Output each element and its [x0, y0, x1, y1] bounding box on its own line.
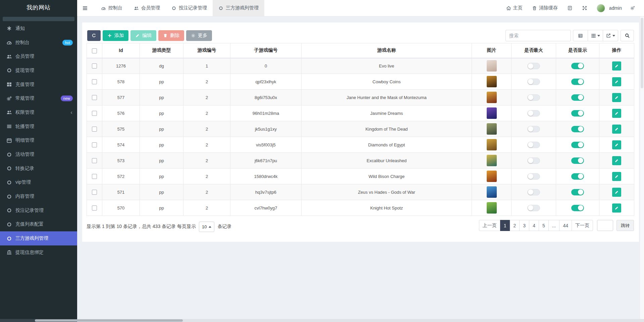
- hot-toggle[interactable]: [527, 63, 540, 69]
- visible-toggle[interactable]: [571, 94, 584, 101]
- edit-row-button[interactable]: [612, 188, 621, 197]
- refresh-button[interactable]: [87, 30, 101, 41]
- sidebar-item-提现管理[interactable]: 提现管理: [0, 63, 77, 78]
- visible-toggle[interactable]: [571, 205, 584, 211]
- page-button-1[interactable]: 1: [500, 220, 510, 231]
- row-checkbox[interactable]: [92, 190, 97, 195]
- toggle-knob: [528, 174, 533, 179]
- username-label[interactable]: admin: [606, 5, 625, 11]
- fullscreen-icon[interactable]: [577, 5, 592, 11]
- sidebar-item-明细管理[interactable]: 明细管理: [0, 134, 77, 148]
- sidebar-item-轮播管理[interactable]: 轮播管理: [0, 120, 77, 134]
- hot-toggle[interactable]: [527, 79, 540, 85]
- row-checkbox[interactable]: [92, 95, 97, 100]
- add-button[interactable]: 添加: [103, 30, 128, 41]
- vertical-scrollbar-thumb[interactable]: [641, 18, 643, 88]
- page-button-3[interactable]: 3: [519, 220, 529, 231]
- sidebar-item-vip管理[interactable]: vip管理: [0, 176, 77, 190]
- edit-row-button[interactable]: [612, 93, 621, 102]
- edit-button[interactable]: 编辑: [130, 30, 156, 41]
- sidebar-search-input[interactable]: [3, 17, 74, 21]
- row-checkbox[interactable]: [92, 174, 97, 179]
- hot-toggle[interactable]: [527, 94, 540, 101]
- visible-toggle[interactable]: [571, 126, 584, 132]
- page-button-44[interactable]: 44: [559, 220, 572, 231]
- page-button-4[interactable]: 4: [529, 220, 539, 231]
- language-icon[interactable]: [562, 5, 577, 11]
- row-checkbox[interactable]: [92, 63, 97, 68]
- sidebar-item-投注记录管理[interactable]: 投注记录管理: [0, 203, 77, 218]
- edit-row-button[interactable]: [612, 77, 621, 86]
- page-jump-input[interactable]: [597, 220, 613, 231]
- edit-row-button[interactable]: [612, 61, 621, 71]
- visible-toggle[interactable]: [571, 79, 584, 85]
- sidebar-item-常规管理[interactable]: 常规管理new: [0, 91, 77, 105]
- edit-row-button[interactable]: [612, 172, 621, 181]
- row-checkbox[interactable]: [92, 127, 97, 132]
- select-all-checkbox[interactable]: [92, 48, 97, 53]
- more-button[interactable]: 更多: [186, 30, 212, 41]
- sidebar-item-活动管理[interactable]: 活动管理: [0, 147, 77, 162]
- sidebar-toggle-icon[interactable]: [77, 0, 93, 16]
- user-avatar[interactable]: [592, 4, 606, 12]
- row-checkbox[interactable]: [92, 111, 97, 116]
- page-button-2[interactable]: 2: [510, 220, 520, 231]
- edit-row-button[interactable]: [612, 203, 621, 213]
- export-dropdown-icon[interactable]: [603, 30, 618, 41]
- hot-toggle[interactable]: [527, 157, 540, 164]
- tab-三方游戏列管理[interactable]: 三方游戏列管理: [213, 0, 264, 16]
- sidebar-item-内容管理[interactable]: 内容管理: [0, 189, 77, 203]
- tab-控制台[interactable]: 控制台: [95, 0, 128, 16]
- settings-gear-icon[interactable]: [625, 5, 640, 11]
- row-checkbox[interactable]: [92, 158, 97, 163]
- hot-toggle[interactable]: [527, 173, 540, 180]
- hot-toggle[interactable]: [527, 189, 540, 195]
- edit-row-button[interactable]: [612, 140, 621, 149]
- tab-会员管理[interactable]: 会员管理: [128, 0, 166, 16]
- hot-toggle[interactable]: [527, 110, 540, 117]
- delete-button[interactable]: 删除: [158, 30, 184, 41]
- row-checkbox[interactable]: [92, 79, 97, 84]
- page-ellipsis[interactable]: ...: [548, 220, 560, 231]
- prev-page-button[interactable]: 上一页: [479, 220, 500, 231]
- visible-toggle[interactable]: [571, 173, 584, 180]
- row-checkbox[interactable]: [92, 142, 97, 147]
- sidebar-item-权限管理[interactable]: 权限管理‹: [0, 105, 77, 120]
- visible-toggle[interactable]: [571, 63, 584, 69]
- toggle-pagination-icon[interactable]: [573, 30, 588, 41]
- sidebar-item-控制台[interactable]: 控制台hot: [0, 36, 77, 50]
- search-input[interactable]: [505, 30, 571, 41]
- hot-toggle[interactable]: [527, 205, 540, 211]
- page-size-dropdown[interactable]: 10: [199, 222, 214, 232]
- next-page-button[interactable]: 下一页: [572, 220, 593, 231]
- sidebar-item-提现信息绑定[interactable]: 提现信息绑定: [0, 245, 77, 260]
- visible-toggle[interactable]: [571, 110, 584, 117]
- vertical-scrollbar[interactable]: [640, 16, 644, 319]
- page-button-5[interactable]: 5: [539, 220, 549, 231]
- visible-toggle[interactable]: [571, 157, 584, 164]
- game-name: Cowboy Coins: [302, 74, 472, 90]
- sidebar-item-三方游戏列管理[interactable]: 三方游戏列管理: [0, 231, 77, 245]
- columns-dropdown-icon[interactable]: [588, 30, 603, 41]
- sidebar-item-充值管理[interactable]: 充值管理: [0, 78, 77, 92]
- hot-toggle[interactable]: [527, 142, 540, 148]
- sidebar-item-label: 三方游戏列管理: [15, 235, 48, 241]
- tab-投注记录管理[interactable]: 投注记录管理: [166, 0, 213, 16]
- sidebar-item-会员管理[interactable]: 会员管理: [0, 49, 77, 63]
- page-jump-button[interactable]: 跳转: [616, 220, 634, 231]
- edit-row-button[interactable]: [612, 109, 621, 118]
- edit-row-button[interactable]: [612, 125, 621, 134]
- visible-toggle[interactable]: [571, 142, 584, 148]
- horizontal-scrollbar[interactable]: [0, 319, 644, 322]
- edit-row-button[interactable]: [612, 156, 621, 165]
- search-button[interactable]: [621, 30, 634, 41]
- row-checkbox[interactable]: [92, 205, 97, 211]
- sidebar-item-充值列表配置[interactable]: 充值列表配置: [0, 218, 77, 232]
- home-link[interactable]: 主页: [501, 5, 527, 11]
- visible-toggle[interactable]: [571, 189, 584, 195]
- sidebar-item-通知[interactable]: 通知: [0, 21, 77, 36]
- horizontal-scrollbar-thumb[interactable]: [35, 319, 183, 322]
- clear-cache-link[interactable]: 清除缓存: [527, 5, 562, 11]
- hot-toggle[interactable]: [527, 126, 540, 132]
- sidebar-item-转换记录[interactable]: 转换记录: [0, 162, 77, 176]
